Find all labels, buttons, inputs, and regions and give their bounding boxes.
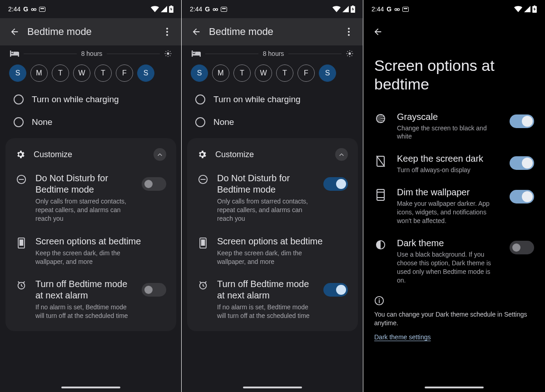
- gesture-bar[interactable]: [243, 387, 302, 388]
- page-title: Bedtime mode: [24, 26, 158, 38]
- row-desc: Change the screen to black and white: [397, 124, 500, 141]
- day-chip[interactable]: S: [137, 65, 154, 82]
- row-turn-off-alarm[interactable]: Turn off Bedtime mode at next alarm If n…: [187, 272, 358, 327]
- row-dnd[interactable]: Do Not Disturb for Bedtime mode Only cal…: [5, 166, 176, 229]
- day-chip[interactable]: F: [297, 65, 315, 82]
- today-icon: [402, 7, 409, 12]
- radio-icon: [14, 117, 24, 127]
- arrow-left-icon: [373, 27, 383, 37]
- dark-theme-settings-link[interactable]: Dark theme settings: [374, 333, 431, 341]
- day-chip[interactable]: F: [116, 65, 133, 82]
- overflow-button[interactable]: [158, 23, 176, 41]
- row-title: Dim the wallpaper: [397, 187, 500, 198]
- day-chip[interactable]: S: [191, 65, 208, 82]
- toggle-grayscale[interactable]: [510, 114, 534, 128]
- collapse-button[interactable]: [154, 148, 166, 161]
- app-bar: Bedtime mode: [182, 18, 363, 45]
- back-button[interactable]: [187, 23, 205, 41]
- more-vert-icon: [166, 28, 168, 36]
- toggle-alarm-off[interactable]: [323, 283, 348, 297]
- svg-point-8: [348, 52, 351, 55]
- customize-card: Customize Do Not Disturb for Bedtime mod…: [187, 138, 358, 331]
- signal-icon: [161, 6, 167, 12]
- toggle-dim-wallpaper[interactable]: [510, 190, 534, 203]
- back-button[interactable]: [369, 23, 387, 41]
- more-vert-icon: [348, 28, 350, 36]
- row-turn-off-alarm[interactable]: Turn off Bedtime mode at next alarm If n…: [5, 272, 176, 327]
- day-chip[interactable]: T: [94, 65, 112, 82]
- info-icon: [374, 296, 384, 306]
- wifi-icon: [151, 6, 159, 12]
- phone-icon: [198, 238, 208, 248]
- day-selector: SMTWTFS: [182, 60, 363, 84]
- radio-label: Turn on while charging: [32, 94, 119, 104]
- day-chip[interactable]: M: [30, 65, 48, 82]
- google-icon: G: [23, 5, 28, 13]
- gesture-bar[interactable]: [61, 387, 120, 388]
- status-time: 2:44: [190, 5, 202, 13]
- voicemail-icon: oo: [394, 6, 399, 12]
- radio-none[interactable]: None: [0, 111, 182, 134]
- half-circle-icon: [376, 240, 386, 250]
- alarm-icon: [198, 280, 208, 290]
- svg-rect-16: [377, 189, 384, 200]
- pane-screen-options: 2:44 G oo Screen options at bedtime Gray…: [363, 0, 545, 392]
- battery-icon: [169, 5, 173, 13]
- gear-icon: [197, 149, 207, 159]
- row-keep-screen-dark[interactable]: Keep the screen dark Turn off always-on …: [363, 147, 545, 181]
- row-title: Do Not Disturb for Bedtime mode: [35, 173, 134, 195]
- duration-row: 8 hours: [0, 45, 182, 60]
- day-chip[interactable]: T: [276, 65, 293, 82]
- overflow-button[interactable]: [340, 23, 358, 41]
- aod-off-icon: [376, 155, 386, 167]
- day-chip[interactable]: S: [319, 65, 336, 82]
- day-chip[interactable]: T: [233, 65, 251, 82]
- day-chip[interactable]: W: [73, 65, 90, 82]
- gesture-bar[interactable]: [425, 387, 484, 388]
- collapse-button[interactable]: [335, 148, 348, 161]
- radio-none[interactable]: None: [182, 111, 363, 134]
- row-title: Turn off Bedtime mode at next alarm: [35, 278, 134, 301]
- status-time: 2:44: [8, 5, 20, 13]
- back-button[interactable]: [5, 23, 24, 41]
- pane-bedtime-on: 2:44 G oo Bedtime mode 8 hours: [182, 0, 363, 392]
- toggle-dnd[interactable]: [142, 177, 166, 191]
- toggle-dnd[interactable]: [323, 177, 348, 191]
- row-title: Keep the screen dark: [397, 154, 500, 164]
- app-bar: [363, 18, 545, 45]
- row-screen-options[interactable]: Screen options at bedtime Keep the scree…: [187, 229, 358, 273]
- today-icon: [39, 7, 45, 12]
- sun-icon: [346, 50, 353, 57]
- row-dnd[interactable]: Do Not Disturb for Bedtime mode Only cal…: [187, 166, 358, 229]
- row-grayscale[interactable]: Grayscale Change the screen to black and…: [363, 105, 545, 148]
- row-dark-theme[interactable]: Dark theme Use a black background. If yo…: [363, 232, 545, 291]
- svg-rect-3: [19, 179, 24, 180]
- row-desc: Use a black background. If you choose th…: [397, 250, 500, 285]
- day-chip[interactable]: T: [52, 65, 69, 82]
- toggle-alarm-off[interactable]: [142, 283, 166, 297]
- radio-turn-on-charging[interactable]: Turn on while charging: [182, 88, 363, 111]
- toggle-dark-theme[interactable]: [510, 241, 534, 254]
- day-selector: SMTWTFS: [0, 60, 182, 84]
- row-desc: Turn off always-on display: [397, 166, 500, 174]
- radio-turn-on-charging[interactable]: Turn on while charging: [0, 88, 182, 111]
- day-chip[interactable]: W: [255, 65, 272, 82]
- status-bar: 2:44 G oo: [0, 0, 182, 18]
- customize-header[interactable]: Customize: [5, 138, 176, 166]
- row-desc: If no alarm is set, Bedtime mode will tu…: [35, 303, 131, 320]
- chevron-up-icon: [157, 151, 163, 158]
- customize-header[interactable]: Customize: [187, 138, 358, 166]
- arrow-left-icon: [10, 27, 20, 37]
- row-desc: Make your wallpaper darker. App icons, w…: [397, 199, 500, 225]
- row-title: Do Not Disturb for Bedtime mode: [217, 173, 315, 195]
- day-chip[interactable]: S: [9, 65, 26, 82]
- pane-bedtime-off: 2:44 G oo Bedtime mode 8 hours: [0, 0, 182, 392]
- dnd-icon: [16, 174, 26, 184]
- alarm-icon: [16, 280, 26, 290]
- row-screen-options[interactable]: Screen options at bedtime Keep the scree…: [5, 229, 176, 273]
- day-chip[interactable]: M: [212, 65, 229, 82]
- customize-label: Customize: [215, 150, 327, 159]
- info-block: You can change your Dark theme schedule …: [363, 291, 545, 341]
- row-dim-wallpaper[interactable]: Dim the wallpaper Make your wallpaper da…: [363, 181, 545, 232]
- toggle-keep-dark[interactable]: [510, 156, 534, 170]
